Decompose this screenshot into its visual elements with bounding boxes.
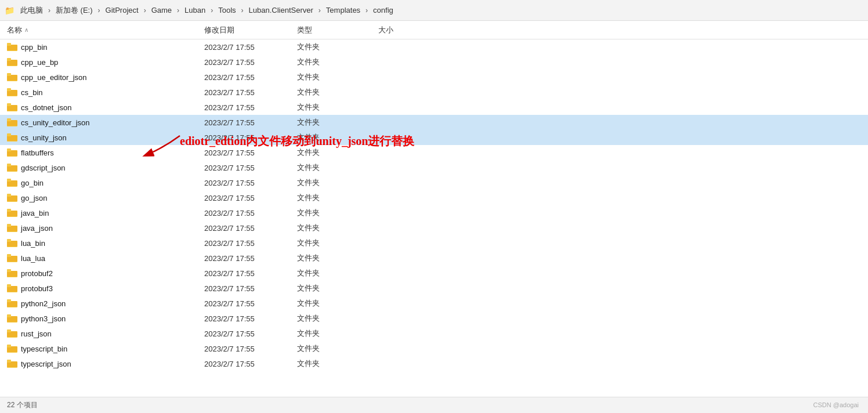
table-row[interactable]: typescript_json 2023/2/7 17:55 文件夹 (0, 356, 868, 371)
table-row[interactable]: cpp_ue_editor_json 2023/2/7 17:55 文件夹 (0, 70, 868, 85)
table-row[interactable]: java_bin 2023/2/7 17:55 文件夹 (0, 205, 868, 220)
file-date: 2023/2/7 17:55 (204, 284, 297, 293)
file-date: 2023/2/7 17:55 (204, 73, 297, 82)
file-name: typescript_json (7, 360, 204, 368)
col-header-size[interactable]: 大小 (378, 25, 436, 35)
folder-icon (7, 164, 17, 172)
table-row[interactable]: python3_json 2023/2/7 17:55 文件夹 (0, 311, 868, 326)
svg-rect-24 (7, 104, 11, 106)
breadcrumb-config[interactable]: config (371, 5, 396, 16)
col-header-type[interactable]: 类型 (297, 25, 378, 35)
folder-icon (7, 299, 17, 307)
file-name-label: typescript_bin (21, 345, 67, 353)
file-name: go_bin (7, 179, 204, 187)
file-name: cs_unity_editor_json (7, 118, 204, 127)
file-type: 文件夹 (297, 132, 378, 143)
table-row[interactable]: cs_bin 2023/2/7 17:55 文件夹 (0, 85, 868, 100)
sort-arrow-icon: ∧ (24, 27, 28, 33)
breadcrumb-computer[interactable]: 此电脑 (18, 4, 45, 17)
table-row[interactable]: cs_unity_editor_json 2023/2/7 17:55 文件夹 (0, 115, 868, 130)
file-date: 2023/2/7 17:55 (204, 164, 297, 172)
file-name-label: cpp_ue_editor_json (21, 73, 86, 82)
col-header-name[interactable]: 名称 ∧ (7, 25, 204, 35)
file-type: 文件夹 (297, 147, 378, 158)
table-row[interactable]: lua_lua 2023/2/7 17:55 文件夹 (0, 251, 868, 266)
file-name-label: go_json (21, 194, 48, 202)
table-row[interactable]: cpp_ue_bp 2023/2/7 17:55 文件夹 (0, 55, 868, 70)
folder-icon (7, 88, 17, 96)
file-name-label: cs_unity_json (21, 133, 67, 142)
file-name: python3_json (7, 314, 204, 323)
file-name: gdscript_json (7, 164, 204, 172)
file-date: 2023/2/7 17:55 (204, 299, 297, 308)
file-date: 2023/2/7 17:55 (204, 58, 297, 67)
table-row[interactable]: protobuf3 2023/2/7 17:55 文件夹 (0, 281, 868, 296)
table-row[interactable]: typescript_bin 2023/2/7 17:55 文件夹 (0, 341, 868, 356)
svg-rect-34 (7, 135, 11, 136)
file-type: 文件夹 (297, 42, 378, 52)
address-bar: 📁 此电脑 › 新加卷 (E:) › GitProject › Game › L… (0, 0, 868, 21)
breadcrumb-drive[interactable]: 新加卷 (E:) (53, 4, 95, 17)
file-type: 文件夹 (297, 283, 378, 294)
table-row[interactable]: go_bin 2023/2/7 17:55 文件夹 (0, 175, 868, 190)
sep-3: › (177, 6, 179, 15)
col-header-date[interactable]: 修改日期 (204, 25, 297, 35)
svg-rect-19 (7, 89, 11, 91)
file-name-label: lua_lua (21, 254, 45, 263)
table-row[interactable]: cpp_bin 2023/2/7 17:55 文件夹 (0, 39, 868, 55)
file-name: lua_lua (7, 254, 204, 263)
file-name-label: typescript_json (21, 360, 71, 368)
file-name: go_json (7, 194, 204, 202)
table-row[interactable]: java_json 2023/2/7 17:55 文件夹 (0, 220, 868, 236)
table-row[interactable]: lua_bin 2023/2/7 17:55 文件夹 (0, 236, 868, 251)
folder-icon (7, 103, 17, 111)
file-type: 文件夹 (297, 298, 378, 309)
file-date: 2023/2/7 17:55 (204, 239, 297, 248)
table-row[interactable]: cs_unity_json 2023/2/7 17:55 文件夹 (0, 130, 868, 145)
file-name: python2_json (7, 299, 204, 308)
file-date: 2023/2/7 17:55 (204, 329, 297, 338)
table-row[interactable]: python2_json 2023/2/7 17:55 文件夹 (0, 296, 868, 311)
file-name-label: gdscript_json (21, 164, 66, 172)
file-date: 2023/2/7 17:55 (204, 314, 297, 323)
file-date: 2023/2/7 17:55 (204, 269, 297, 278)
table-row[interactable]: gdscript_json 2023/2/7 17:55 文件夹 (0, 160, 868, 175)
file-name-label: java_json (21, 224, 53, 233)
table-row[interactable]: protobuf2 2023/2/7 17:55 文件夹 (0, 266, 868, 281)
svg-rect-29 (7, 119, 11, 121)
folder-icon (7, 360, 17, 368)
breadcrumb-game[interactable]: Game (149, 5, 174, 16)
table-row[interactable]: go_json 2023/2/7 17:55 文件夹 (0, 190, 868, 205)
file-type: 文件夹 (297, 177, 378, 188)
svg-rect-74 (7, 255, 11, 257)
breadcrumb-clientserver[interactable]: Luban.ClientServer (247, 5, 316, 16)
file-name-label: cs_unity_editor_json (21, 118, 90, 127)
sep-0: › (48, 6, 50, 15)
file-date: 2023/2/7 17:55 (204, 103, 297, 112)
table-row[interactable]: cs_dotnet_json 2023/2/7 17:55 文件夹 (0, 100, 868, 115)
file-type: 文件夹 (297, 117, 378, 128)
folder-icon (7, 329, 17, 338)
svg-rect-109 (7, 361, 11, 363)
breadcrumb-tools[interactable]: Tools (216, 5, 238, 16)
breadcrumb-templates[interactable]: Templates (324, 5, 363, 16)
file-name: protobuf2 (7, 269, 204, 278)
file-name-label: flatbuffers (21, 148, 54, 157)
table-row[interactable]: flatbuffers 2023/2/7 17:55 文件夹 (0, 145, 868, 160)
file-date: 2023/2/7 17:55 (204, 43, 297, 52)
file-name: lua_bin (7, 239, 204, 248)
breadcrumb-gitproject[interactable]: GitProject (103, 5, 141, 16)
svg-rect-14 (7, 74, 11, 76)
file-name-label: cs_bin (21, 88, 43, 97)
file-date: 2023/2/7 17:55 (204, 209, 297, 218)
folder-icon (7, 179, 17, 187)
file-date: 2023/2/7 17:55 (204, 360, 297, 368)
svg-rect-44 (7, 165, 11, 166)
file-name: protobuf3 (7, 284, 204, 293)
breadcrumb-luban[interactable]: Luban (182, 5, 208, 16)
table-row[interactable]: rust_json 2023/2/7 17:55 文件夹 (0, 326, 868, 341)
sep-6: › (319, 6, 321, 15)
file-name-label: protobuf3 (21, 284, 53, 293)
file-name-label: java_bin (21, 209, 49, 218)
folder-icon (7, 148, 17, 157)
